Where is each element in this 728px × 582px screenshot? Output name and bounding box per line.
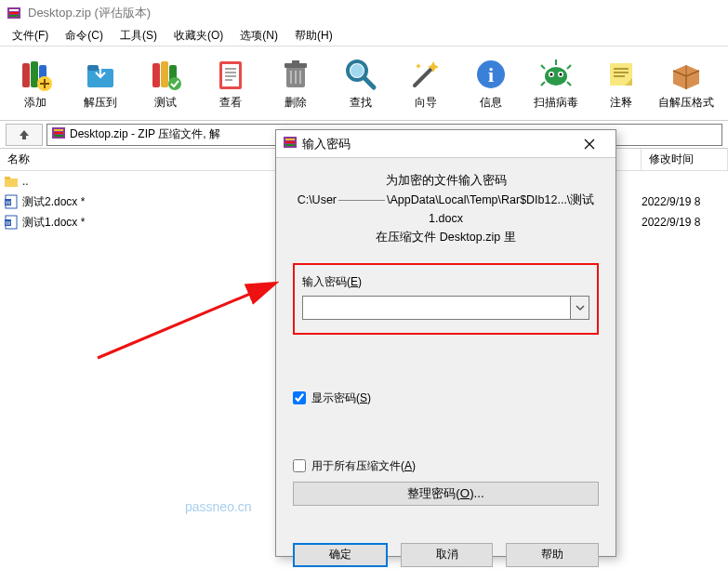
svg-point-27	[560, 73, 563, 76]
toolbar-sfx-label: 自解压格式	[658, 95, 714, 111]
dialog-prompt: 为加密的文件输入密码	[293, 171, 599, 191]
svg-point-20	[351, 64, 364, 77]
toolbar-find-label: 查找	[350, 95, 372, 111]
svg-rect-3	[9, 15, 19, 17]
password-input[interactable]	[302, 296, 571, 320]
toolbar-view-label: 查看	[219, 95, 242, 111]
svg-point-13	[168, 77, 181, 90]
window-titlebar: Desktop.zip (评估版本)	[0, 0, 728, 26]
svg-point-26	[550, 73, 553, 76]
svg-rect-33	[5, 179, 18, 187]
menu-commands[interactable]: 命令(C)	[57, 26, 112, 46]
address-text: Desktop.zip - ZIP 压缩文件, 解	[70, 126, 220, 142]
notebook-icon	[212, 56, 249, 93]
menu-bar: 文件(F) 命令(C) 工具(S) 收藏夹(O) 选项(N) 帮助(H)	[0, 26, 728, 46]
svg-rect-11	[161, 61, 168, 87]
dialog-titlebar: 输入密码	[276, 130, 615, 158]
toolbar-scan-label: 扫描病毒	[534, 95, 578, 111]
menu-tools[interactable]: 工具(S)	[112, 26, 165, 46]
password-dialog: 输入密码 为加密的文件输入密码 C:\User\AppData\Local\Te…	[275, 129, 616, 557]
toolbar-add-button[interactable]: 添加	[6, 50, 65, 117]
file-name: ..	[22, 175, 29, 188]
archive-icon	[51, 126, 66, 143]
toolbar-scan-button[interactable]: 扫描病毒	[526, 50, 586, 117]
show-password-checkbox[interactable]	[293, 391, 306, 404]
archive-icon	[282, 134, 298, 153]
svg-rect-9	[87, 65, 99, 71]
svg-rect-30	[54, 129, 63, 131]
toolbar-sfx-button[interactable]: 自解压格式	[656, 50, 716, 117]
toolbar-wizard-button[interactable]: 向导	[396, 50, 456, 117]
ok-button[interactable]: 确定	[293, 543, 388, 567]
toolbar-add-label: 添加	[24, 95, 46, 111]
dialog-archive-line: 在压缩文件 Desktop.zip 里	[293, 228, 599, 246]
manage-passwords-button[interactable]: 整理密码(O)...	[293, 482, 599, 506]
password-dropdown-button[interactable]	[571, 296, 589, 320]
app-icon	[6, 5, 22, 21]
file-name: 测试2.docx *	[22, 194, 85, 210]
toolbar-extract-button[interactable]: 解压到	[71, 50, 130, 117]
svg-point-23	[545, 67, 567, 86]
column-modified[interactable]: 修改时间	[642, 149, 728, 170]
menu-help[interactable]: 帮助(H)	[286, 26, 341, 46]
folder-up-icon	[4, 174, 19, 189]
toolbar-delete-button[interactable]: 删除	[266, 50, 325, 117]
trash-icon	[277, 56, 314, 93]
svg-rect-43	[285, 141, 295, 143]
toolbar-info-label: 信息	[480, 95, 502, 111]
toolbar-info-button[interactable]: i 信息	[461, 50, 521, 117]
password-field-group: 输入密码(E)	[293, 263, 599, 335]
use-all-row: 用于所有压缩文件(A)	[293, 458, 599, 474]
svg-text:W: W	[6, 220, 11, 226]
toolbar-view-button[interactable]: 查看	[201, 50, 260, 117]
toolbar: 添加 解压到 测试 查看 删除 查找 向导 i 信息 扫描病毒 注释 自解压格式	[0, 46, 728, 121]
svg-text:W: W	[6, 200, 11, 205]
books-add-icon	[17, 56, 54, 93]
dialog-title: 输入密码	[302, 136, 351, 152]
dialog-header: 为加密的文件输入密码 C:\User\AppData\Local\Temp\Ra…	[293, 171, 599, 246]
toolbar-extract-label: 解压到	[84, 95, 117, 111]
dialog-path: C:\User\AppData\Local\Temp\Rar$DIb12...\…	[293, 191, 599, 228]
toolbar-wizard-label: 向导	[415, 95, 437, 111]
menu-favorites[interactable]: 收藏夹(O)	[165, 26, 232, 46]
menu-file[interactable]: 文件(F)	[4, 26, 57, 46]
window-title: Desktop.zip (评估版本)	[28, 5, 151, 21]
svg-rect-18	[292, 60, 299, 64]
virus-icon	[537, 56, 575, 93]
use-all-label[interactable]: 用于所有压缩文件(A)	[311, 458, 416, 474]
svg-rect-42	[285, 139, 295, 140]
file-name: 测试1.docx *	[22, 215, 85, 231]
cancel-button[interactable]: 取消	[401, 543, 494, 567]
help-button[interactable]: 帮助	[506, 543, 599, 567]
toolbar-comment-button[interactable]: 注释	[591, 50, 651, 117]
svg-rect-2	[9, 12, 19, 14]
password-label: 输入密码(E)	[302, 274, 589, 290]
toolbar-test-button[interactable]: 测试	[136, 50, 195, 117]
chevron-down-icon	[576, 303, 585, 312]
svg-rect-4	[22, 63, 30, 87]
svg-rect-34	[5, 177, 10, 179]
info-icon: i	[472, 56, 510, 93]
svg-rect-5	[31, 61, 38, 87]
file-date: 2022/9/19 8	[642, 216, 724, 229]
show-password-row: 显示密码(S)	[293, 390, 599, 406]
search-icon	[342, 56, 379, 93]
toolbar-find-button[interactable]: 查找	[331, 50, 390, 117]
show-password-label[interactable]: 显示密码(S)	[311, 390, 371, 406]
watermark: passneo.cn	[185, 499, 252, 514]
books-test-icon	[147, 56, 184, 93]
docx-icon: W	[4, 215, 19, 230]
svg-rect-31	[54, 132, 63, 134]
toolbar-test-label: 测试	[154, 95, 177, 111]
use-all-checkbox[interactable]	[293, 459, 306, 472]
folder-extract-icon	[82, 56, 119, 93]
close-icon	[584, 139, 595, 150]
svg-rect-1	[9, 9, 19, 11]
close-button[interactable]	[569, 131, 610, 157]
svg-rect-44	[285, 144, 295, 146]
svg-rect-15	[222, 64, 239, 86]
svg-rect-10	[152, 63, 160, 87]
menu-options[interactable]: 选项(N)	[232, 26, 286, 46]
nav-up-button[interactable]	[6, 124, 43, 146]
box-icon	[668, 56, 705, 93]
